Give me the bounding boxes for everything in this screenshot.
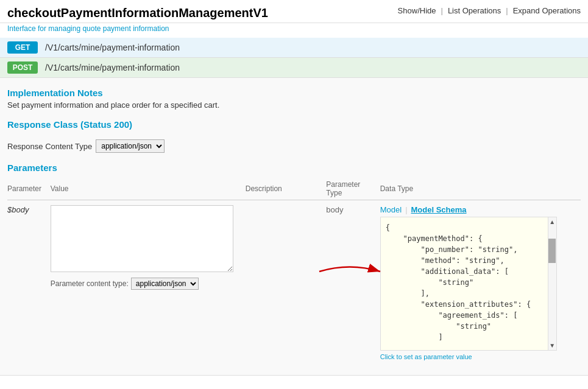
json-click-hint[interactable]: Click to set as parameter value: [380, 353, 576, 360]
scroll-thumb[interactable]: [548, 239, 556, 263]
scroll-down-arrow[interactable]: ▼: [548, 341, 556, 350]
model-tab[interactable]: Model: [380, 205, 402, 214]
col-param-type: ParameterType: [326, 178, 380, 200]
json-line-6: "string": [386, 277, 543, 288]
json-line-7: ],: [386, 288, 543, 299]
param-content-type-label: Parameter content type:: [51, 279, 129, 288]
param-content-type-row: Parameter content type: application/json: [51, 278, 241, 290]
param-name: $body: [7, 205, 29, 214]
json-schema-container: { "paymentMethod": { "po_number": "strin…: [380, 217, 576, 360]
json-line-3: "po_number": "string",: [386, 244, 543, 255]
response-content-type-row: Response Content Type application/json: [7, 139, 581, 153]
json-line-9: "agreement_ids": [: [386, 310, 543, 321]
col-parameter: Parameter: [7, 178, 51, 200]
param-value-cell: Parameter content type: application/json: [51, 200, 246, 366]
json-scroll: ▲ ▼: [548, 217, 556, 350]
parameters-section: Parameters Parameter Value Description P…: [7, 163, 581, 365]
col-data-type: Data Type: [380, 178, 581, 200]
scroll-up-arrow[interactable]: ▲: [548, 217, 556, 226]
model-tabs: Model | Model Schema: [380, 205, 576, 214]
param-datatype-cell: Model | Model Schema: [380, 200, 581, 366]
header-subtitle: Interface for managing quote payment inf…: [0, 23, 588, 38]
show-hide-link[interactable]: Show/Hide: [398, 6, 436, 15]
expand-operations-link[interactable]: Expand Operations: [513, 6, 581, 15]
json-line-10: "string": [386, 321, 543, 332]
param-content-type-select[interactable]: application/json: [131, 278, 199, 290]
header-bar: checkoutPaymentInformationManagementV1 S…: [0, 0, 588, 23]
get-endpoint-row[interactable]: GET /V1/carts/mine/payment-information: [0, 38, 588, 58]
params-table: Parameter Value Description ParameterTyp…: [7, 178, 581, 365]
json-line-5: "additional_data": [: [386, 266, 543, 277]
col-value: Value: [51, 178, 246, 200]
response-content-type-label: Response Content Type: [7, 142, 92, 151]
param-type-value: body: [326, 205, 343, 214]
response-content-type-select[interactable]: application/json: [96, 139, 165, 153]
list-operations-link[interactable]: List Operations: [448, 6, 501, 15]
json-line-2: "paymentMethod": {: [386, 233, 543, 244]
json-line-8: "extension_attributes": {: [386, 299, 543, 310]
sep1: |: [441, 6, 442, 15]
json-outer: { "paymentMethod": { "po_number": "strin…: [380, 217, 557, 351]
table-row: $body Parameter content type: applicatio…: [7, 200, 581, 366]
impl-notes-text: Set payment information and place order …: [7, 100, 581, 110]
get-endpoint-path: /V1/carts/mine/payment-information: [45, 43, 180, 52]
header-title: checkoutPaymentInformationManagementV1: [7, 6, 268, 20]
impl-notes: Implementation Notes Set payment informa…: [7, 88, 581, 110]
response-class-title: Response Class (Status 200): [7, 119, 581, 130]
json-inner: { "paymentMethod": { "po_number": "strin…: [381, 217, 548, 350]
param-value-textarea[interactable]: [51, 205, 233, 272]
model-tab-sep: |: [405, 205, 407, 214]
json-line-11: ]: [386, 332, 543, 343]
json-line-4: "method": "string",: [386, 255, 543, 266]
header-links: Show/Hide | List Operations | Expand Ope…: [398, 6, 581, 15]
sep2: |: [506, 6, 508, 15]
param-name-cell: $body: [7, 200, 51, 366]
impl-notes-title: Implementation Notes: [7, 88, 581, 98]
response-class: Response Class (Status 200): [7, 119, 581, 130]
model-schema-tab[interactable]: Model Schema: [411, 205, 467, 214]
col-description: Description: [246, 178, 327, 200]
parameters-title: Parameters: [7, 163, 581, 173]
operation-detail: Implementation Notes Set payment informa…: [0, 78, 588, 376]
json-line-1: {: [386, 222, 543, 233]
post-endpoint-row[interactable]: POST /V1/carts/mine/payment-information: [0, 58, 588, 78]
post-endpoint-path: /V1/carts/mine/payment-information: [45, 63, 180, 72]
post-method-badge: POST: [7, 61, 38, 74]
get-method-badge: GET: [7, 41, 38, 54]
red-arrow-icon: [313, 259, 386, 284]
